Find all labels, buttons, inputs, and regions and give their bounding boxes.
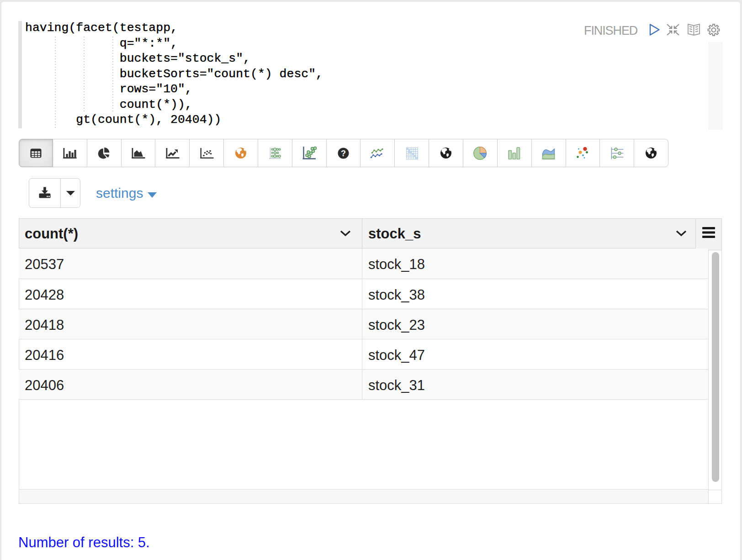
svg-text:?: ? (341, 149, 346, 158)
